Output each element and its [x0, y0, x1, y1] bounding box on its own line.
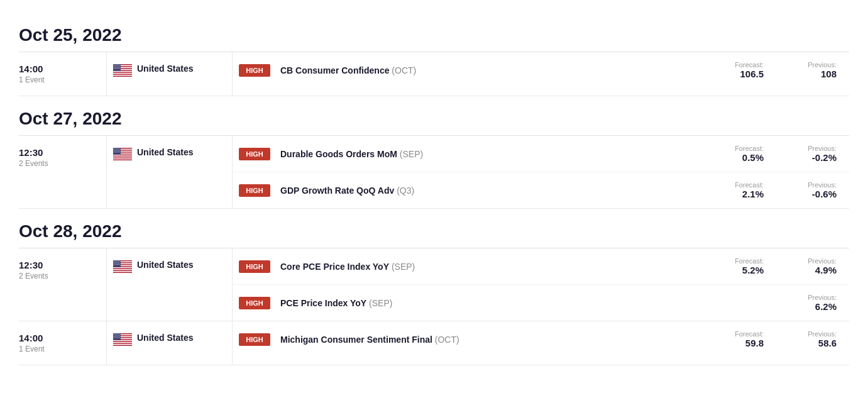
svg-point-169: [115, 265, 116, 265]
svg-point-77: [114, 149, 114, 150]
svg-point-157: [114, 264, 114, 265]
previous-col: Previous:-0.6%: [780, 181, 843, 199]
svg-point-83: [114, 150, 115, 150]
svg-rect-180: [113, 344, 132, 345]
high-badge: HIGH: [239, 64, 270, 77]
country-col: United States: [107, 136, 233, 208]
svg-point-93: [120, 150, 121, 151]
events-col: HIGHCB Consumer Confidence (OCT)Forecast…: [233, 52, 849, 96]
country-name: United States: [137, 147, 193, 157]
svg-point-74: [117, 148, 118, 149]
event-row: HIGHMichigan Consumer Sentiment Final (O…: [233, 321, 849, 357]
svg-point-219: [119, 337, 119, 338]
svg-point-139: [119, 262, 119, 262]
svg-point-135: [114, 262, 114, 262]
forecast-col: Forecast:59.8: [707, 330, 770, 348]
svg-point-20: [115, 65, 116, 66]
events-count: 1 Event: [19, 345, 100, 353]
svg-rect-178: [113, 340, 132, 341]
svg-point-227: [115, 338, 116, 338]
us-flag-icon: [113, 64, 132, 77]
svg-point-70: [119, 148, 119, 148]
event-time: 14:00: [19, 333, 100, 343]
svg-point-87: [119, 150, 120, 150]
svg-point-86: [118, 150, 119, 150]
svg-point-167: [119, 264, 120, 265]
svg-point-133: [118, 261, 119, 262]
event-group: 14:001 EventUnited StatesHIGHCB Consumer…: [19, 52, 849, 96]
svg-point-16: [117, 65, 118, 65]
svg-point-129: [120, 260, 121, 261]
svg-point-204: [114, 336, 114, 336]
country-col: United States: [107, 248, 233, 321]
svg-point-38: [117, 67, 118, 68]
event-name[interactable]: CB Consumer Confidence (OCT): [280, 65, 697, 75]
event-row: HIGHCore PCE Price Index YoY (SEP)Foreca…: [233, 248, 849, 285]
event-name[interactable]: Durable Goods Orders MoM (SEP): [280, 149, 697, 159]
svg-point-80: [118, 149, 118, 150]
svg-point-216: [115, 337, 116, 338]
svg-point-14: [114, 65, 115, 65]
high-badge: HIGH: [239, 260, 270, 273]
svg-point-213: [118, 336, 119, 337]
svg-point-25: [114, 66, 115, 67]
events-col: HIGHDurable Goods Orders MoM (SEP)Foreca…: [233, 136, 849, 208]
svg-point-114: [119, 152, 119, 153]
forecast-col: Forecast:2.1%: [707, 181, 770, 199]
svg-point-197: [119, 335, 119, 335]
svg-point-52: [114, 69, 114, 69]
svg-point-149: [118, 263, 118, 263]
event-group: 12:302 EventsUnited StatesHIGHCore PCE P…: [19, 248, 849, 321]
date-header: Oct 25, 2022: [19, 13, 849, 52]
event-name[interactable]: PCE Price Index YoY (SEP): [280, 298, 697, 308]
svg-point-100: [115, 152, 116, 152]
svg-point-96: [117, 151, 118, 152]
svg-point-32: [116, 67, 117, 67]
svg-point-151: [120, 263, 121, 263]
svg-point-105: [114, 152, 115, 152]
event-name[interactable]: Core PCE Price Index YoY (SEP): [280, 262, 697, 272]
svg-point-186: [119, 333, 119, 334]
svg-point-39: [118, 67, 119, 68]
svg-point-75: [118, 148, 119, 149]
svg-point-103: [119, 152, 119, 152]
svg-point-155: [118, 263, 119, 264]
svg-point-67: [115, 148, 116, 148]
svg-point-145: [119, 262, 120, 263]
svg-rect-6: [113, 75, 132, 76]
event-name[interactable]: Michigan Consumer Sentiment Final (OCT): [280, 335, 697, 345]
event-name[interactable]: GDP Growth Rate QoQ Adv (Q3): [280, 186, 697, 196]
date-header: Oct 27, 2022: [19, 96, 849, 136]
svg-point-19: [114, 65, 114, 66]
svg-point-200: [116, 335, 116, 336]
svg-point-128: [119, 260, 119, 261]
svg-point-73: [116, 148, 116, 149]
event-time: 12:30: [19, 147, 100, 158]
svg-point-206: [116, 336, 117, 336]
high-badge: HIGH: [239, 148, 270, 160]
time-country-col: 14:001 Event: [19, 52, 107, 96]
svg-point-11: [118, 64, 118, 65]
svg-point-150: [119, 263, 119, 263]
svg-point-212: [117, 336, 118, 337]
svg-point-22: [118, 65, 118, 66]
svg-point-131: [116, 261, 116, 262]
svg-point-223: [117, 337, 118, 338]
svg-point-196: [118, 335, 118, 335]
time-country-col: 12:302 Events: [19, 248, 107, 321]
svg-point-112: [116, 152, 117, 153]
svg-point-13: [120, 64, 121, 65]
svg-point-9: [115, 64, 116, 65]
svg-point-17: [118, 65, 119, 65]
svg-point-140: [120, 262, 121, 262]
svg-point-165: [117, 264, 118, 265]
event-time: 12:30: [19, 260, 100, 270]
svg-point-164: [116, 264, 116, 265]
svg-point-107: [117, 152, 118, 152]
svg-point-49: [117, 68, 118, 69]
svg-point-162: [120, 264, 121, 265]
svg-point-57: [120, 69, 121, 69]
svg-rect-63: [113, 157, 132, 158]
svg-point-173: [120, 265, 121, 265]
svg-point-221: [114, 337, 115, 338]
